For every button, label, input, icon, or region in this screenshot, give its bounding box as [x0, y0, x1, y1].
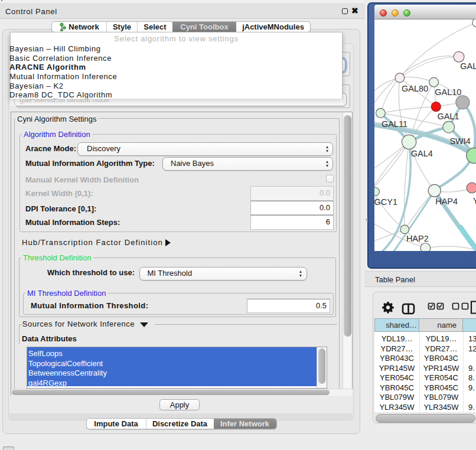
svg-text:GAL11: GAL11 — [382, 119, 407, 129]
svg-text:GAL1: GAL1 — [437, 112, 459, 121]
svg-text:GAL7: GAL7 — [460, 61, 476, 71]
svg-text:GAL10: GAL10 — [435, 87, 461, 97]
svg-text:HAP4: HAP4 — [435, 197, 458, 206]
svg-text:HAP2: HAP2 — [406, 234, 429, 243]
svg-text:GAL80: GAL80 — [402, 84, 428, 93]
svg-text:GAL4: GAL4 — [411, 149, 433, 158]
svg-text:GCY1: GCY1 — [374, 197, 397, 207]
svg-text:Y: Y — [473, 196, 476, 206]
svg-text:SWI4: SWI4 — [449, 136, 470, 146]
